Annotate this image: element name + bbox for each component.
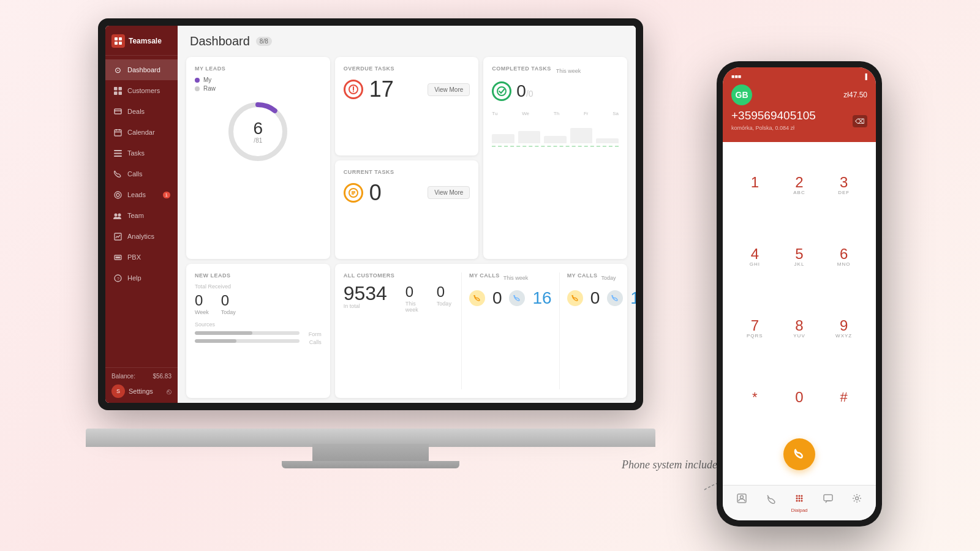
sidebar-item-label: Team xyxy=(127,212,144,219)
completed-tasks-card: COMPLETED TASKS This week xyxy=(483,57,627,259)
sidebar-bottom: Balance: $56.83 S Settings ⎋ xyxy=(105,367,178,403)
sources-label: Sources xyxy=(195,321,322,328)
svg-point-32 xyxy=(353,91,354,92)
completed-count-row: 0/0 xyxy=(492,81,619,101)
svg-point-20 xyxy=(118,213,121,216)
phone-nav-contacts[interactable] xyxy=(729,490,755,515)
sidebar-item-leads[interactable]: Leads 1 xyxy=(105,184,178,205)
digit-8: 8 xyxy=(795,318,803,333)
digit-9: 9 xyxy=(840,318,848,333)
contacts-nav-icon xyxy=(736,493,747,506)
topbar: Dashboard 8/8 xyxy=(178,26,636,54)
current-view-more-button[interactable]: View More xyxy=(428,186,470,199)
sidebar-item-calls[interactable]: Calls xyxy=(105,163,178,184)
leads-icon xyxy=(113,190,123,200)
sidebar-item-calendar[interactable]: Calendar xyxy=(105,122,178,143)
bar-we xyxy=(518,131,541,143)
source-bar-calls xyxy=(195,339,300,343)
digit-7: 7 xyxy=(751,318,759,333)
laptop-screen: Teamsale ⊙ Dashboard xyxy=(98,18,643,410)
dial-key-hash[interactable]: # xyxy=(824,367,864,433)
dial-key-star[interactable]: * xyxy=(735,367,775,433)
week-count: 0 xyxy=(195,292,209,309)
sidebar-item-dashboard[interactable]: ⊙ Dashboard xyxy=(105,59,178,80)
sidebar-item-tasks[interactable]: Tasks xyxy=(105,143,178,163)
overdue-tasks-title: OVERDUE TASKS xyxy=(344,66,470,72)
dial-key-5[interactable]: 5 JKL xyxy=(780,223,820,290)
phone-nav-settings[interactable] xyxy=(843,490,870,515)
page-title: Dashboard xyxy=(190,34,250,48)
settings-row[interactable]: S Settings ⎋ xyxy=(111,384,172,398)
pbx-icon xyxy=(113,252,123,262)
svg-point-17 xyxy=(115,192,121,198)
overdue-number-row: 17 View More xyxy=(344,77,470,102)
letters-6: MNO xyxy=(837,261,851,267)
logo-text: Teamsale xyxy=(129,37,162,45)
sidebar-item-customers[interactable]: Customers xyxy=(105,80,178,101)
source-form-label: Form xyxy=(303,331,322,337)
sidebar-item-analytics[interactable]: Analytics xyxy=(105,226,178,247)
dial-key-0[interactable]: 0 xyxy=(780,367,820,433)
call-button-row xyxy=(735,433,864,475)
dialpad: 1 2 ABC 3 DEF 4 GHI 5 JKL xyxy=(723,142,876,485)
dial-key-6[interactable]: 6 MNO xyxy=(824,223,864,290)
delete-button[interactable]: ⌫ xyxy=(853,115,867,127)
sidebar-item-label: Leads xyxy=(127,191,146,198)
letters-3: DEF xyxy=(838,190,850,195)
sidebar-item-help[interactable]: ? Help xyxy=(105,268,178,288)
source-form: Form xyxy=(195,331,322,337)
dial-key-3[interactable]: 3 DEF xyxy=(824,152,864,219)
logout-icon[interactable]: ⎋ xyxy=(167,387,172,396)
total-received-label: Total Received xyxy=(195,283,322,290)
letters-0 xyxy=(798,405,800,410)
phone-dialed-number: +359569405105 xyxy=(731,109,853,122)
sidebar-item-label: Calendar xyxy=(127,129,155,136)
dashboard-grid: MY LEADS My Raw xyxy=(178,54,636,403)
dialpad-nav-label: Dialpad xyxy=(791,508,807,513)
svg-rect-8 xyxy=(115,109,121,114)
calls-week-out-icon xyxy=(509,290,525,306)
today-stat: 0 Today xyxy=(221,292,236,315)
chart-labels: Tu We Th Fr Sa xyxy=(492,111,619,116)
source-bar-calls-wrap xyxy=(195,339,300,345)
dial-key-2[interactable]: 2 ABC xyxy=(780,152,820,219)
completed-title-group: COMPLETED TASKS This week xyxy=(492,66,581,77)
source-calls: Calls xyxy=(195,339,322,345)
svg-rect-1 xyxy=(119,37,122,40)
letters-1 xyxy=(754,190,756,195)
week-label: Week xyxy=(195,309,209,315)
sidebar-item-label: Analytics xyxy=(127,233,154,240)
svg-point-19 xyxy=(115,213,118,216)
call-button[interactable] xyxy=(783,438,815,470)
page-badge: 8/8 xyxy=(256,37,272,46)
svg-rect-15 xyxy=(114,152,122,154)
sidebar-item-pbx[interactable]: PBX xyxy=(105,247,178,268)
completed-icon-circle xyxy=(492,81,511,101)
sidebar-item-team[interactable]: Team xyxy=(105,205,178,226)
digit-0: 0 xyxy=(795,390,803,405)
dial-key-4[interactable]: 4 GHI xyxy=(735,223,775,290)
dial-key-9[interactable]: 9 WXYZ xyxy=(824,295,864,362)
phone-nav-dialpad[interactable]: Dialpad xyxy=(786,490,813,515)
dial-key-8[interactable]: 8 YUV xyxy=(780,295,820,362)
phone-nav-calls[interactable] xyxy=(758,490,784,515)
my-leads-title: MY LEADS xyxy=(195,66,322,72)
overdue-view-more-button[interactable]: View More xyxy=(428,83,470,96)
all-customers-title: ALL CUSTOMERS xyxy=(344,272,451,279)
leads-legend: My Raw xyxy=(195,77,322,92)
svg-rect-6 xyxy=(114,91,118,95)
legend-my-label: My xyxy=(203,77,211,83)
my-calls-today-section: MY CALLS Today 0 xyxy=(560,272,636,389)
legend-dot-raw xyxy=(195,86,200,91)
dial-key-1[interactable]: 1 xyxy=(735,152,775,219)
sidebar-item-deals[interactable]: Deals xyxy=(105,101,178,122)
dial-key-7[interactable]: 7 PQRS xyxy=(735,295,775,362)
overdue-count: 17 xyxy=(369,77,394,102)
settings-avatar: S xyxy=(111,384,125,398)
phone-nav-messages[interactable] xyxy=(815,490,841,515)
legend-my: My xyxy=(195,77,322,83)
sidebar-item-label: Dashboard xyxy=(127,66,160,73)
deals-icon xyxy=(113,107,123,116)
current-count: 0 xyxy=(369,180,382,206)
current-icon-circle xyxy=(344,183,363,203)
